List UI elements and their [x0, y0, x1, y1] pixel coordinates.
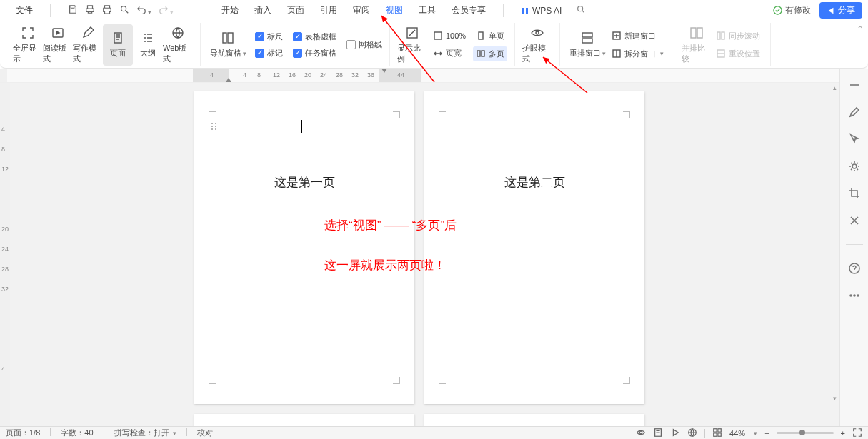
writing-mode-button[interactable]: 写作模式 — [73, 24, 103, 66]
cursor-icon[interactable] — [848, 133, 861, 146]
page-width-button[interactable]: 页宽 — [430, 46, 469, 61]
side-compare-button[interactable]: 并排比较 — [682, 24, 712, 66]
outline-button[interactable]: 大纲 — [133, 24, 163, 66]
page-1[interactable]: 这是第一页 — [194, 91, 414, 404]
svg-point-24 — [852, 164, 857, 168]
svg-rect-17 — [691, 28, 696, 38]
pencil-icon[interactable] — [848, 106, 861, 118]
status-grid-icon[interactable] — [712, 428, 722, 439]
svg-rect-6 — [228, 33, 233, 43]
tab-member[interactable]: 会员专享 — [452, 4, 486, 16]
ribbon-collapse-icon[interactable]: ⌃ — [857, 24, 864, 34]
crop-icon[interactable] — [848, 187, 861, 200]
task-pane-checkbox[interactable]: 任务窗格 — [293, 48, 336, 59]
gridlines-checkbox[interactable]: 网格线 — [346, 39, 382, 50]
svg-point-26 — [850, 295, 852, 296]
zoom-out-button[interactable]: − — [764, 429, 769, 438]
tab-page[interactable]: 页面 — [287, 4, 304, 16]
tab-review[interactable]: 审阅 — [353, 4, 370, 16]
svg-point-0 — [121, 6, 126, 11]
minus-icon[interactable] — [848, 79, 861, 91]
status-globe-icon[interactable] — [687, 428, 697, 439]
status-wordcount[interactable]: 字数：40 — [61, 428, 93, 438]
fullscreen-button[interactable]: 全屏显示 — [13, 24, 43, 66]
page2-text: 这是第二页 — [424, 174, 644, 191]
wps-ai-button[interactable]: WPS AI — [521, 6, 562, 16]
svg-rect-32 — [714, 428, 717, 431]
ruler-checkbox[interactable]: 标尺 — [255, 31, 283, 42]
tab-tools[interactable]: 工具 — [419, 4, 436, 16]
status-fullscreen-icon[interactable] — [852, 428, 862, 439]
workspace: 4 8 12 20 24 28 32 4 这是第一页 这是第二页 选择“视图” — [0, 83, 839, 426]
status-page-layout-icon[interactable] — [653, 428, 663, 439]
page-view-button[interactable]: 页面 — [103, 24, 133, 66]
redo-icon[interactable]: ▾ — [159, 4, 174, 16]
svg-rect-18 — [697, 28, 702, 38]
zoom-slider[interactable] — [777, 432, 834, 434]
new-window-button[interactable]: 新建窗口 — [609, 29, 667, 44]
status-zoom-label[interactable]: 44% — [729, 429, 745, 438]
nav-pane-button[interactable]: 导航窗格▾ — [208, 24, 248, 66]
modified-badge[interactable]: 有修改 — [773, 4, 811, 16]
group-view-mode: 全屏显示 阅读版式 写作模式 页面 大纲 Web版式 — [6, 23, 201, 66]
single-page-button[interactable]: 单页 — [473, 29, 507, 44]
page-3-peek[interactable] — [194, 414, 414, 426]
svg-point-27 — [854, 295, 855, 296]
page1-text: 这是第一页 — [194, 174, 414, 191]
eye-mode-button[interactable]: 护眼模式 — [522, 24, 552, 66]
status-spellcheck[interactable]: 拼写检查：打开 ▾ — [114, 428, 176, 438]
right-sidebar — [839, 69, 868, 426]
show-ratio-button[interactable]: 显示比例 — [397, 24, 427, 66]
split-window-button[interactable]: 拆分窗口▾ — [609, 46, 667, 61]
tab-insert[interactable]: 插入 — [254, 4, 271, 16]
status-eye-icon[interactable] — [636, 428, 646, 439]
drag-handle-icon[interactable] — [211, 123, 217, 130]
svg-rect-10 — [477, 51, 480, 56]
status-proofread[interactable]: 校对 — [197, 428, 213, 438]
multi-page-button[interactable]: 多页 — [473, 46, 507, 61]
sync-scroll-button: 同步滚动 — [713, 29, 763, 44]
settings-icon[interactable] — [848, 160, 861, 173]
table-dashed-checkbox[interactable]: 表格虚框 — [293, 31, 336, 42]
svg-rect-20 — [722, 32, 724, 39]
file-menu[interactable]: 文件 — [16, 4, 33, 16]
annotation-line1: 选择“视图” —— “多页”后 — [324, 217, 457, 233]
mark-checkbox[interactable]: 标记 — [255, 48, 283, 59]
svg-rect-9 — [479, 32, 483, 39]
undo-icon[interactable]: ▾ — [136, 4, 151, 16]
reading-mode-button[interactable]: 阅读版式 — [43, 24, 73, 66]
reset-position-button: 重设位置 — [713, 46, 763, 61]
zoom-in-button[interactable]: + — [841, 429, 845, 438]
page-4-peek[interactable] — [424, 414, 644, 426]
document-canvas[interactable]: 这是第一页 这是第二页 选择“视图” —— “多页”后 这一屏就展示两页啦！ — [10, 83, 839, 426]
cross-tools-icon[interactable] — [848, 214, 861, 227]
print-icon[interactable] — [102, 4, 112, 16]
svg-point-28 — [857, 295, 859, 296]
annotation-line2: 这一屏就展示两页啦！ — [324, 257, 446, 273]
share-button[interactable]: 分享 — [819, 2, 862, 19]
vertical-scrollbar[interactable]: ▴ ▾ — [832, 83, 839, 426]
vertical-ruler: 4 8 12 20 24 28 32 4 — [0, 83, 10, 426]
print-preview-icon[interactable] — [85, 4, 95, 16]
save-icon[interactable] — [68, 4, 78, 16]
svg-rect-3 — [114, 33, 121, 43]
group-zoom: 显示比例 100% 页宽 单页 多页 — [390, 23, 515, 66]
zoom-100-button[interactable]: 100% — [430, 29, 469, 43]
tab-reference[interactable]: 引用 — [320, 4, 337, 16]
web-layout-button[interactable]: Web版式 — [163, 24, 193, 66]
svg-rect-34 — [714, 433, 717, 435]
find-icon[interactable] — [119, 4, 129, 16]
help-icon[interactable] — [848, 262, 861, 275]
rearrange-window-button[interactable]: 重排窗口▾ — [567, 24, 607, 66]
status-play-icon[interactable] — [670, 428, 680, 439]
ribbon: 全屏显示 阅读版式 写作模式 页面 大纲 Web版式 导航窗格▾ 标尺 标记 表… — [0, 21, 868, 69]
tab-start[interactable]: 开始 — [221, 4, 239, 16]
tab-view[interactable]: 视图 — [386, 4, 403, 16]
more-icon[interactable] — [848, 289, 861, 302]
main-tabs: 开始 插入 页面 引用 审阅 视图 工具 会员专享 — [221, 4, 486, 16]
search-icon[interactable] — [576, 4, 586, 16]
page-2[interactable]: 这是第二页 — [424, 91, 644, 404]
status-page[interactable]: 页面：1/8 — [6, 428, 40, 438]
svg-point-1 — [578, 6, 583, 11]
text-cursor — [301, 120, 302, 133]
